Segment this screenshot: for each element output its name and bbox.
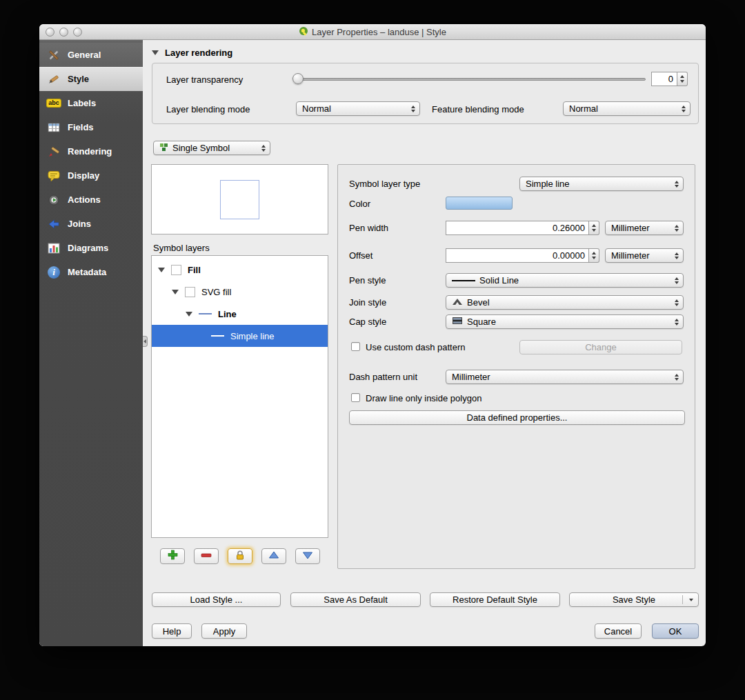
save-style-button[interactable]: Save Style	[569, 592, 699, 607]
load-style-button[interactable]: Load Style ...	[152, 592, 281, 607]
symbol-layer-type-select[interactable]: Simple line	[519, 177, 684, 191]
dropdown-arrows-icon	[408, 102, 417, 115]
ok-label: OK	[669, 626, 682, 637]
dropdown-arrows-icon	[672, 370, 681, 383]
transparency-slider-knob[interactable]	[292, 73, 304, 84]
disclosure-triangle-icon[interactable]	[158, 268, 165, 272]
dropdown-arrows-icon	[672, 177, 681, 190]
sidebar-splitter-handle[interactable]	[143, 336, 148, 347]
renderer-value: Single Symbol	[172, 143, 230, 153]
tree-item-label: Line	[218, 309, 237, 319]
pen-style-value: Solid Line	[479, 275, 519, 286]
feature-blending-mode-select[interactable]: Normal	[563, 101, 691, 116]
pen-style-label: Pen style	[349, 275, 386, 286]
offset-unit-select[interactable]: Millimeter	[605, 248, 684, 263]
transparency-stepper[interactable]	[677, 72, 688, 86]
data-defined-properties-button[interactable]: Data defined properties...	[349, 410, 685, 425]
abc-label-icon: abc	[46, 96, 61, 111]
save-as-default-label: Save As Default	[324, 594, 388, 605]
layer-rendering-header[interactable]: Layer rendering	[152, 48, 232, 58]
color-swatch[interactable]	[446, 197, 513, 210]
sidebar-item-style[interactable]: Style	[39, 67, 143, 91]
join-style-value: Bevel	[467, 297, 490, 308]
change-dash-pattern-button[interactable]: Change	[519, 340, 682, 354]
tree-item-svg-fill[interactable]: SVG fill	[152, 281, 328, 303]
offset-stepper[interactable]	[589, 248, 599, 263]
lock-color-button[interactable]	[228, 548, 252, 564]
cap-style-select[interactable]: Square	[446, 314, 684, 329]
sidebar-item-diagrams[interactable]: Diagrams	[39, 236, 143, 260]
change-button-label: Change	[585, 342, 617, 352]
dash-pattern-unit-label: Dash pattern unit	[349, 372, 417, 382]
add-icon	[168, 550, 178, 563]
apply-button[interactable]: Apply	[201, 623, 247, 639]
disclosure-triangle-icon[interactable]	[172, 290, 179, 294]
offset-field[interactable]: 0.00000	[446, 248, 589, 263]
sidebar-item-labels[interactable]: abc Labels	[39, 91, 143, 115]
transparency-slider[interactable]	[296, 78, 646, 81]
tree-item-fill[interactable]: Fill	[152, 259, 328, 281]
window-title-area: Layer Properties – landuse | Style	[39, 24, 706, 39]
square-cap-icon	[452, 317, 463, 327]
renderer-select[interactable]: Single Symbol	[153, 141, 270, 155]
layer-properties-window: Layer Properties – landuse | Style Gener…	[39, 24, 706, 646]
apply-label: Apply	[213, 626, 236, 637]
cancel-button[interactable]: Cancel	[595, 623, 642, 639]
help-button[interactable]: Help	[152, 623, 192, 639]
tree-item-simple-line[interactable]: Simple line	[152, 325, 328, 347]
bar-chart-icon	[46, 241, 61, 256]
sidebar-item-actions[interactable]: Actions	[39, 188, 143, 212]
move-up-button[interactable]	[261, 548, 286, 564]
sidebar-item-display[interactable]: Display	[39, 163, 143, 188]
disclosure-triangle-icon[interactable]	[186, 312, 192, 317]
data-defined-properties-label: Data defined properties...	[467, 412, 568, 423]
sidebar-item-label: Rendering	[68, 146, 112, 157]
stepper-up-icon	[680, 75, 684, 78]
attribute-table-icon	[46, 120, 61, 135]
collapse-arrow-icon	[143, 339, 146, 343]
sidebar-item-rendering[interactable]: Rendering	[39, 139, 143, 163]
restore-default-style-label: Restore Default Style	[453, 594, 537, 605]
window-title: Layer Properties – landuse | Style	[312, 27, 446, 37]
single-symbol-icon	[159, 143, 168, 154]
sidebar-item-fields[interactable]: Fields	[39, 115, 143, 139]
ok-button[interactable]: OK	[652, 623, 699, 639]
save-style-menu-arrow-icon[interactable]	[689, 599, 693, 601]
arrow-up-icon	[268, 550, 279, 563]
transparency-value-field[interactable]: 0	[651, 72, 677, 86]
layer-rendering-title: Layer rendering	[165, 48, 232, 58]
pen-width-field[interactable]: 0.26000	[446, 221, 589, 235]
tree-item-line[interactable]: Line	[152, 303, 328, 325]
add-symbol-layer-button[interactable]	[160, 548, 185, 564]
move-down-button[interactable]	[295, 548, 320, 564]
bevel-join-icon	[452, 297, 463, 308]
pen-width-unit-select[interactable]: Millimeter	[605, 221, 684, 235]
button-divider	[682, 595, 683, 604]
use-custom-dash-checkbox[interactable]	[351, 342, 360, 351]
sidebar-item-general[interactable]: General	[39, 43, 143, 67]
sidebar: General Style abc Labels Fields Renderin…	[39, 40, 143, 646]
join-style-select[interactable]: Bevel	[446, 295, 684, 310]
sidebar-item-joins[interactable]: Joins	[39, 212, 143, 236]
save-as-default-button[interactable]: Save As Default	[290, 592, 421, 607]
line-symbol-icon	[199, 313, 212, 314]
dash-pattern-unit-value: Millimeter	[452, 372, 490, 382]
cap-style-label: Cap style	[349, 317, 386, 327]
sidebar-item-metadata[interactable]: i Metadata	[39, 260, 143, 284]
stepper-down-icon	[680, 80, 684, 83]
symbol-layers-tree: Fill SVG fill Line Simple line	[151, 255, 328, 538]
pen-width-stepper[interactable]	[589, 221, 599, 235]
draw-inside-polygon-checkbox[interactable]	[351, 393, 360, 402]
pen-style-select[interactable]: Solid Line	[446, 273, 684, 288]
restore-default-style-button[interactable]: Restore Default Style	[430, 592, 560, 607]
remove-symbol-layer-button[interactable]	[194, 548, 219, 564]
symbol-layer-type-label: Symbol layer type	[349, 179, 420, 189]
dropdown-arrows-icon	[672, 296, 681, 309]
layer-blending-mode-select[interactable]: Normal	[296, 101, 420, 116]
dash-pattern-unit-select[interactable]: Millimeter	[446, 370, 684, 384]
pen-width-unit-value: Millimeter	[611, 223, 650, 233]
layer-blending-mode-value: Normal	[302, 103, 331, 114]
tree-item-label: SVG fill	[201, 287, 231, 297]
draw-inside-polygon-label: Draw line only inside polygon	[366, 393, 481, 403]
title-bar[interactable]: Layer Properties – landuse | Style	[39, 24, 706, 40]
